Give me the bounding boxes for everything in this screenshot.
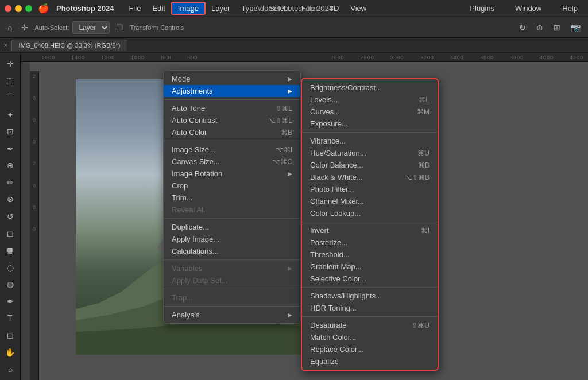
menu-trap: Trap...	[164, 292, 300, 304]
adj-hue-saturation[interactable]: Hue/Saturation... ⌘U	[302, 147, 438, 159]
close-button[interactable]	[5, 5, 11, 12]
tool-wand[interactable]: ✦	[2, 107, 18, 122]
transform-controls-checkbox[interactable]: ☐	[113, 21, 126, 34]
adj-invert[interactable]: Invert ⌘I	[302, 224, 438, 236]
separator-1	[164, 99, 300, 100]
tool-lasso[interactable]: ⌒	[2, 90, 18, 105]
tool-history[interactable]: ↺	[2, 209, 18, 224]
adj-equalize[interactable]: Equalize	[302, 355, 438, 367]
rotate-3d-icon[interactable]: ↻	[516, 21, 529, 34]
adj-brightness-contrast[interactable]: Brightness/Contrast...	[302, 82, 438, 94]
menu-mode[interactable]: Mode ▶	[164, 73, 300, 85]
tool-text[interactable]: T	[2, 311, 18, 326]
adj-curves[interactable]: Curves... ⌘M	[302, 106, 438, 118]
menu-layer[interactable]: Layer	[206, 3, 236, 14]
tool-zoom[interactable]: ⌕	[2, 362, 18, 377]
menu-crop[interactable]: Crop	[164, 180, 300, 192]
zoom-3d-icon[interactable]: ⊞	[551, 21, 563, 34]
adj-hdr-toning[interactable]: HDR Toning...	[302, 302, 438, 314]
layer-select[interactable]: Layer	[72, 21, 110, 34]
image-menu-dropdown: Mode ▶ Adjustments ▶ Auto Tone ⇧⌘L Auto …	[163, 70, 301, 324]
tool-gradient[interactable]: ▦	[2, 243, 18, 258]
menubar-right: Plugins Window Help	[464, 3, 583, 14]
maximize-button[interactable]	[25, 5, 32, 12]
menu-file[interactable]: File	[123, 3, 146, 14]
home-icon[interactable]: ⌂	[5, 21, 15, 34]
menu-auto-color[interactable]: Auto Color ⌘B	[164, 126, 300, 138]
tool-brush[interactable]: ✏	[2, 175, 18, 190]
tool-dodge[interactable]: ◍	[2, 277, 18, 292]
adj-match-color[interactable]: Match Color...	[302, 331, 438, 343]
center-title: Adobe Photoshop 2024	[255, 4, 333, 13]
menu-edit[interactable]: Edit	[146, 3, 171, 14]
tab-close-icon[interactable]: ×	[3, 41, 8, 49]
menu-duplicate[interactable]: Duplicate...	[164, 221, 300, 233]
adj-color-lookup[interactable]: Color Lookup...	[302, 207, 438, 219]
menu-view[interactable]: View	[345, 3, 372, 14]
menu-window[interactable]: Window	[509, 3, 547, 14]
app-name: Photoshop 2024	[56, 4, 114, 13]
separator-4	[164, 259, 300, 260]
ruler-h-marks: 1600 1400 1200 1000 800 600	[30, 55, 225, 60]
adj-black-white[interactable]: Black & White... ⌥⇧⌘B	[302, 171, 438, 183]
tool-pen[interactable]: ✒	[2, 294, 18, 309]
menu-plugins[interactable]: Plugins	[464, 3, 500, 14]
tool-marquee[interactable]: ⬚	[2, 73, 18, 88]
tool-healing[interactable]: ⊕	[2, 158, 18, 173]
ruler-h-marks-right: 2600 2800 3000 3200 3400 3600 3800 4000 …	[331, 55, 588, 60]
auto-select-label: Auto-Select:	[34, 24, 69, 31]
adj-levels[interactable]: Levels... ⌘L	[302, 94, 438, 106]
tool-shape[interactable]: ◻	[2, 328, 18, 343]
document-tab[interactable]: IMG_0408.HEIC @ 33,3% (RGB/8*)	[11, 40, 128, 51]
menu-calculations[interactable]: Calculations...	[164, 245, 300, 257]
minimize-button[interactable]	[15, 5, 22, 12]
apple-menu[interactable]: 🍎	[38, 3, 49, 14]
adj-vibrance[interactable]: Vibrance...	[302, 135, 438, 147]
menu-image-rotation[interactable]: Image Rotation ▶	[164, 168, 300, 180]
menu-reveal-all: Reveal All	[164, 204, 300, 216]
adj-desaturate[interactable]: Desaturate ⇧⌘U	[302, 319, 438, 331]
adj-selective-color[interactable]: Selective Color...	[302, 273, 438, 285]
menu-apply-image[interactable]: Apply Image...	[164, 233, 300, 245]
tabbar: × IMG_0408.HEIC @ 33,3% (RGB/8*)	[0, 38, 588, 53]
menu-help[interactable]: Help	[556, 3, 583, 14]
tool-blur[interactable]: ◌	[2, 260, 18, 275]
adjustments-submenu: Brightness/Contrast... Levels... ⌘L Curv…	[301, 78, 439, 371]
adj-photo-filter[interactable]: Photo Filter...	[302, 183, 438, 195]
ruler-horizontal: 1600 1400 1200 1000 800 600 2600 2800 30…	[21, 53, 588, 62]
tool-crop[interactable]: ⊡	[2, 124, 18, 139]
adj-channel-mixer[interactable]: Channel Mixer...	[302, 195, 438, 207]
adj-threshold[interactable]: Threshold...	[302, 249, 438, 261]
adj-exposure[interactable]: Exposure...	[302, 118, 438, 130]
camera-icon[interactable]: 📷	[568, 21, 583, 34]
main-area: ✛ ⬚ ⌒ ✦ ⊡ ✒ ⊕ ✏ ⊗ ↺ ◻ ▦ ◌ ◍ ✒ T ◻ ✋ ⌕ 16…	[0, 53, 588, 380]
tab-label: IMG_0408.HEIC @ 33,3% (RGB/8*)	[19, 42, 121, 49]
menu-analysis[interactable]: Analysis ▶	[164, 309, 300, 321]
menu-image-size[interactable]: Image Size... ⌥⌘I	[164, 144, 300, 156]
menu-canvas-size[interactable]: Canvas Size... ⌥⌘C	[164, 156, 300, 168]
adj-replace-color[interactable]: Replace Color...	[302, 343, 438, 355]
ruler-v-marks: 2 0 0 0 2 0 0 0	[30, 71, 38, 234]
adj-color-balance[interactable]: Color Balance... ⌘B	[302, 159, 438, 171]
tool-eyedropper[interactable]: ✒	[2, 141, 18, 156]
tool-move[interactable]: ✛	[2, 56, 18, 71]
menu-auto-tone[interactable]: Auto Tone ⇧⌘L	[164, 102, 300, 114]
toolbar: ⌂ ✛ Auto-Select: Layer ☐ Transform Contr…	[0, 17, 588, 38]
separator-6	[164, 306, 300, 307]
pan-3d-icon[interactable]: ⊕	[533, 21, 546, 34]
adj-posterize[interactable]: Posterize...	[302, 236, 438, 249]
adj-shadows-highlights[interactable]: Shadows/Highlights...	[302, 290, 438, 302]
menu-auto-contrast[interactable]: Auto Contrast ⌥⇧⌘L	[164, 114, 300, 126]
adj-gradient-map[interactable]: Gradient Map...	[302, 261, 438, 273]
tool-clone[interactable]: ⊗	[2, 192, 18, 207]
separator-3	[164, 218, 300, 219]
tool-hand[interactable]: ✋	[2, 345, 18, 360]
menu-image[interactable]: Image	[171, 2, 206, 15]
tool-eraser[interactable]: ◻	[2, 226, 18, 241]
canvas-area: 1600 1400 1200 1000 800 600 2600 2800 30…	[21, 53, 588, 380]
menu-trim[interactable]: Trim...	[164, 192, 300, 204]
move-tool-icon[interactable]: ✛	[18, 21, 31, 34]
separator-2	[164, 141, 300, 141]
menu-adjustments[interactable]: Adjustments ▶	[164, 85, 300, 97]
adj-sep-2	[302, 222, 438, 222]
